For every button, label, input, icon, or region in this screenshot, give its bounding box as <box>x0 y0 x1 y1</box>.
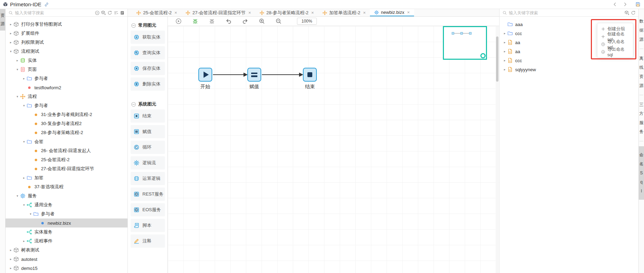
expand-arrow[interactable]: ▸ <box>8 23 13 26</box>
palette-group-header[interactable]: 系统图元 <box>128 99 167 109</box>
strip-tab-resources[interactable]: 资源 <box>0 9 5 31</box>
play-circle-icon[interactable] <box>175 18 182 24</box>
strip-tab-数据源[interactable]: 数据源 <box>639 17 644 44</box>
zoom-out-icon[interactable] <box>275 18 282 24</box>
flow-node-end[interactable] <box>303 68 317 82</box>
tab-newbiz.bizx[interactable]: newbiz.bizx× <box>370 9 414 16</box>
cube-new-icon[interactable] <box>101 10 106 15</box>
minus-circle-icon[interactable] <box>131 102 136 107</box>
tree-item[interactable]: ▾流程 <box>6 92 127 101</box>
expand-arrow[interactable]: ▸ <box>15 59 20 62</box>
tree-item[interactable]: ▾页面 <box>6 65 127 74</box>
strip-tab-三方服务[interactable]: 三方服务 <box>639 100 644 136</box>
expand-arrow[interactable]: ▸ <box>502 68 507 71</box>
expand-arrow[interactable]: ▾ <box>22 203 26 207</box>
strip-tab-命名Sql[interactable]: 命名Sql <box>639 146 644 200</box>
tree-item[interactable]: ▾参与者 <box>6 101 127 110</box>
tree-item[interactable]: ▾参与者 <box>6 209 127 218</box>
close-icon[interactable]: × <box>311 10 314 15</box>
expand-arrow[interactable]: ▾ <box>28 212 33 216</box>
collapse-all-icon[interactable] <box>114 10 118 15</box>
refresh-icon[interactable] <box>107 10 112 15</box>
tree-item[interactable]: ▾会签 <box>6 137 127 146</box>
flow-node-assign[interactable] <box>247 68 261 82</box>
expand-arrow[interactable]: ▸ <box>502 41 507 44</box>
tree-item[interactable]: 27-会签流程-回退指定环节 <box>6 164 127 173</box>
zoom-in-icon[interactable] <box>259 18 265 24</box>
zoom-level-button[interactable]: 100% <box>297 18 317 25</box>
palette-item-逻辑流[interactable]: 逻辑流 <box>131 156 165 169</box>
expand-arrow[interactable]: ▸ <box>8 32 13 35</box>
expand-arrow[interactable]: ▸ <box>8 257 13 261</box>
scrollbar-thumb[interactable] <box>496 36 498 82</box>
close-icon[interactable]: × <box>407 10 410 15</box>
expand-arrow[interactable]: ▸ <box>502 50 507 53</box>
debug-run-icon[interactable] <box>192 18 198 24</box>
palette-item-运算逻辑[interactable]: 运算逻辑 <box>131 172 165 185</box>
expand-arrow[interactable]: ▸ <box>502 32 507 35</box>
cube-new-icon[interactable] <box>625 10 629 15</box>
tree-item[interactable]: 37-首选项流程 <box>6 182 127 191</box>
expand-arrow[interactable]: ▾ <box>15 68 20 71</box>
palette-item-EOS服务[interactable]: EEOS服务 <box>131 203 165 216</box>
minus-circle-icon[interactable] <box>131 23 136 28</box>
expand-arrow[interactable]: ▸ <box>8 41 13 44</box>
back-icon[interactable] <box>612 2 618 7</box>
palette-item-获取实体[interactable]: 获取实体 <box>131 31 165 44</box>
tree-item[interactable]: ▸sqlyyynew <box>499 65 638 74</box>
expand-arrow[interactable]: ▸ <box>502 59 507 62</box>
tree-item[interactable]: ▾通用业务 <box>6 200 127 209</box>
left-search-input[interactable] <box>15 10 93 15</box>
tree-item[interactable]: 30-复杂参与者流程2 <box>6 119 127 128</box>
undo-icon[interactable] <box>225 18 232 24</box>
close-icon[interactable]: × <box>248 10 251 15</box>
expand-arrow[interactable]: ▸ <box>22 239 26 243</box>
close-icon[interactable]: × <box>363 10 366 15</box>
tree-item[interactable]: ▸demo15 <box>6 264 127 273</box>
tree-item[interactable]: ▸autotest <box>6 255 127 264</box>
save-icon[interactable] <box>635 2 641 7</box>
menu-item-导出命名sql[interactable]: 导出命名sql <box>597 48 633 56</box>
tree-item[interactable]: ▸树表测试 <box>6 246 127 255</box>
palette-item-REST服务[interactable]: RREST服务 <box>131 188 165 201</box>
expand-arrow[interactable]: ▾ <box>15 95 20 98</box>
locate-icon[interactable] <box>120 10 125 15</box>
strip-tab-离线资源[interactable]: 离线资源 <box>639 54 644 90</box>
palette-item-结束[interactable]: 结束 <box>131 109 165 123</box>
tree-item[interactable]: 28-参与者策略流程-2 <box>6 128 127 137</box>
palette-group-header[interactable]: 常用图元 <box>128 20 167 31</box>
ai-icon[interactable]: AI <box>95 10 100 15</box>
tree-item[interactable]: 实体服务 <box>6 228 127 237</box>
tree-item[interactable]: 25-会签流程-2 <box>6 155 127 164</box>
tab-25-会签流程-2[interactable]: 25-会签流程-2× <box>132 9 181 16</box>
minimap-resize-handle[interactable] <box>480 53 486 58</box>
expand-arrow[interactable]: ▾ <box>22 104 26 107</box>
palette-item-赋值[interactable]: 赋值 <box>131 125 165 138</box>
tab-加签单选流程-2[interactable]: 加签单选流程-2× <box>318 9 370 16</box>
expand-arrow[interactable]: ▾ <box>22 140 26 143</box>
redo-icon[interactable] <box>242 18 248 24</box>
tab-27-会签流程-回退指定环节[interactable]: 27-会签流程-回退指定环节× <box>181 9 255 16</box>
debug-icon[interactable] <box>209 18 215 24</box>
expand-arrow[interactable]: ▾ <box>8 50 13 53</box>
tree-item[interactable]: ▸加签 <box>6 173 127 182</box>
tree-item[interactable]: testflowform2 <box>6 83 127 92</box>
tree-item[interactable]: 31-业务参与者规则流程-2 <box>6 110 127 119</box>
palette-item-查询实体[interactable]: 查询实体 <box>131 46 165 59</box>
right-search-input[interactable] <box>509 10 623 15</box>
forward-icon[interactable] <box>622 2 628 7</box>
tree-item[interactable]: ▸扩展组件 <box>6 29 127 38</box>
tree-item[interactable]: ▸实体 <box>6 56 127 65</box>
tree-item[interactable]: newbiz.bizx <box>6 218 127 228</box>
expand-arrow[interactable]: ▸ <box>8 266 13 270</box>
tree-item[interactable]: ▾服务 <box>6 191 127 200</box>
tree-item[interactable]: ▸参与者 <box>6 74 127 83</box>
tree-item[interactable]: ▸列权限测试 <box>6 38 127 47</box>
expand-arrow[interactable]: ▸ <box>22 77 26 80</box>
refresh-icon[interactable] <box>631 10 636 15</box>
canvas-vertical-scrollbar[interactable] <box>496 26 499 273</box>
palette-item-保存实体[interactable]: 保存实体 <box>131 62 165 75</box>
palette-item-循环[interactable]: 循环 <box>131 141 165 154</box>
tab-28-参与者策略流程-2[interactable]: 28-参与者策略流程-2× <box>255 9 318 16</box>
tree-item[interactable]: 26- 会签流程-回退发起人 <box>6 146 127 155</box>
